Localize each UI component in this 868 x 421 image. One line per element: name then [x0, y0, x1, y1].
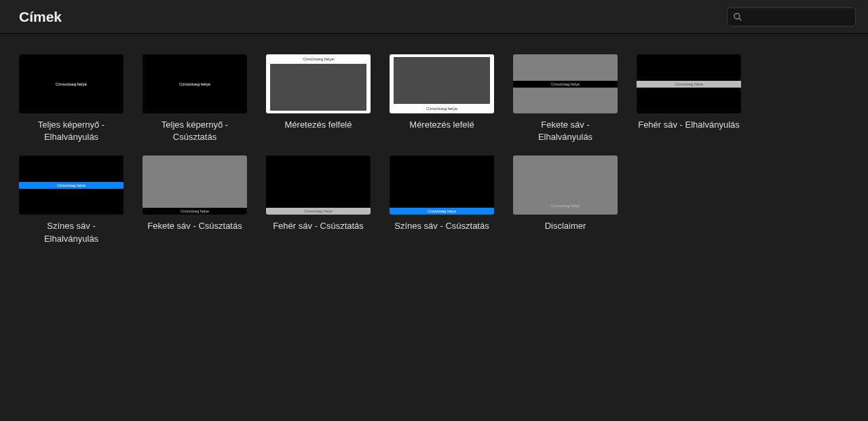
thumb-text: Címszöveg helye: [57, 183, 86, 187]
tile-black-strip-slide[interactable]: Címszöveg helye Fekete sáv - Csúsztatás: [143, 155, 247, 244]
thumb-text: Címszöveg helye: [675, 82, 703, 86]
thumb-strip: Címszöveg helye: [19, 182, 124, 189]
tile-disclaimer[interactable]: Címszöveg helye Disclaimer: [513, 155, 618, 244]
tile-thumbnail: Címszöveg helye: [390, 155, 494, 215]
thumb-strip: Címszöveg helye: [143, 208, 247, 215]
thumb-strip: Címszöveg helye: [637, 81, 741, 88]
tile-scale-up[interactable]: Címszöveg helye Méretezés felfelé: [266, 54, 371, 143]
tile-label: Fehér sáv - Elhalványulás: [638, 119, 740, 131]
thumb-text: Címszöveg helye: [428, 209, 456, 213]
tile-label: Színes sáv - Elhalványulás: [19, 220, 124, 244]
page-title: Címek: [19, 9, 62, 25]
tile-scale-down[interactable]: Címszöveg helye Méretezés lefelé: [390, 54, 494, 143]
thumb-strip: Címszöveg helye: [266, 208, 371, 215]
thumb-strip: Címszöveg helye: [390, 208, 494, 215]
thumb-inner: [270, 64, 366, 111]
svg-line-1: [739, 18, 742, 20]
tile-black-strip-fade[interactable]: Címszöveg helye Fekete sáv - Elhalványul…: [513, 54, 618, 143]
tile-thumbnail: Címszöveg helye: [637, 54, 741, 113]
thumb-text: Címszöveg helye: [56, 82, 87, 86]
thumb-strip: Címszöveg helye: [513, 81, 618, 88]
thumb-text: Címszöveg helye: [551, 82, 580, 86]
thumb-text: Címszöveg helye: [390, 107, 494, 111]
tile-label: Méretezés felfelé: [285, 119, 352, 131]
tile-label: Disclaimer: [545, 220, 586, 232]
search-field[interactable]: [727, 7, 856, 26]
tile-fullscreen-fade[interactable]: Címszöveg helye Teljes képernyő - Elhalv…: [19, 54, 124, 143]
tile-white-strip-fade[interactable]: Címszöveg helye Fehér sáv - Elhalványulá…: [637, 54, 741, 143]
tile-label: Teljes képernyő - Csúsztatás: [143, 119, 247, 143]
thumb-text: Címszöveg helye: [304, 209, 333, 213]
tile-thumbnail: Címszöveg helye: [513, 54, 618, 113]
tile-label: Teljes képernyő - Elhalványulás: [19, 119, 124, 143]
tile-label: Méretezés lefelé: [409, 119, 474, 131]
tile-label: Fekete sáv - Elhalványulás: [513, 119, 618, 143]
thumb-inner: [394, 57, 490, 104]
tile-thumbnail: Címszöveg helye: [266, 155, 371, 215]
svg-point-0: [734, 13, 740, 18]
tile-thumbnail: Címszöveg helye: [143, 155, 247, 215]
tile-thumbnail: Címszöveg helye: [513, 155, 618, 215]
header-bar: Címek: [0, 0, 868, 34]
tile-thumbnail: Címszöveg helye: [19, 155, 124, 215]
tile-color-strip-fade[interactable]: Címszöveg helye Színes sáv - Elhalványul…: [19, 155, 124, 244]
tile-label: Fekete sáv - Csúsztatás: [147, 220, 242, 232]
search-input[interactable]: [747, 12, 850, 22]
tile-white-strip-slide[interactable]: Címszöveg helye Fehér sáv - Csúsztatás: [266, 155, 371, 244]
tile-thumbnail: Címszöveg helye: [266, 54, 371, 113]
tile-label: Színes sáv - Csúsztatás: [394, 220, 489, 232]
tile-color-strip-slide[interactable]: Címszöveg helye Színes sáv - Csúsztatás: [390, 155, 494, 244]
titles-grid: Címszöveg helye Teljes képernyő - Elhalv…: [0, 34, 868, 266]
tile-fullscreen-slide[interactable]: Címszöveg helye Teljes képernyő - Csúszt…: [143, 54, 247, 143]
tile-thumbnail: Címszöveg helye: [19, 54, 124, 113]
tile-thumbnail: Címszöveg helye: [143, 54, 247, 113]
thumb-text: Címszöveg helye: [179, 82, 210, 86]
thumb-text: Címszöveg helye: [513, 204, 618, 208]
thumb-text: Címszöveg helye: [266, 57, 371, 61]
search-icon: [733, 12, 742, 22]
tile-label: Fehér sáv - Csúsztatás: [273, 220, 364, 232]
tile-thumbnail: Címszöveg helye: [390, 54, 494, 113]
thumb-text: Címszöveg helye: [181, 209, 209, 213]
